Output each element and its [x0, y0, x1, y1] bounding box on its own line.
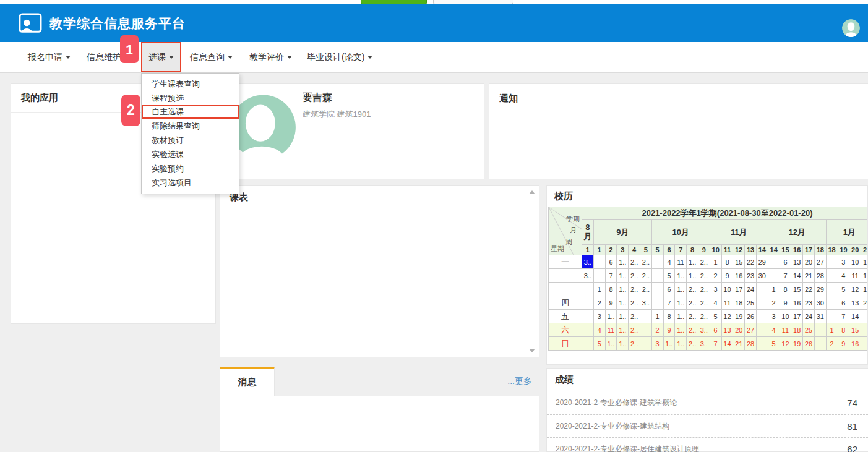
caret-down-icon [66, 56, 71, 59]
menu-item-5[interactable]: 教材预订 [142, 133, 239, 147]
calendar-day-cell: 1.. [617, 269, 629, 283]
calendar-day-cell: 1.. [617, 310, 629, 323]
calendar-day-cell: 7 [605, 269, 617, 283]
calendar-day-cell: 18 [791, 323, 803, 337]
grade-course: 2020-2021-2-专业必修课-居住建筑设计原理 [556, 444, 699, 452]
calendar-day-cell: 2.. [698, 283, 710, 296]
calendar-month-header: 12月 [768, 220, 826, 245]
calendar-week-number: 18 [814, 244, 826, 255]
nav-item-3[interactable]: 选课 [141, 42, 181, 72]
app-title: 教学综合信息服务平台 [49, 15, 186, 32]
calendar-week-number: 10 [710, 244, 721, 255]
grade-row: 2020-2021-2-专业必修课-建筑结构81 [547, 414, 868, 437]
nav-item-label: 信息查询 [190, 52, 225, 63]
calendar-day-cell: 3 [710, 283, 721, 296]
calendar-week-number: 21 [861, 244, 868, 255]
calendar-day-cell: 22 [745, 255, 757, 269]
calendar-day-cell: 10 [849, 255, 861, 269]
calendar-day-cell [582, 296, 594, 310]
menu-item-8[interactable]: 实习选项目 [142, 176, 239, 190]
calendar-day-cell: 1.. [617, 283, 629, 296]
annotation-step-2-badge: 2 [121, 95, 140, 126]
calendar-day-cell [582, 283, 594, 296]
calendar-day-cell: 23 [745, 269, 757, 283]
calendar-day-cell [768, 269, 780, 283]
calendar-week-number: 20 [849, 244, 861, 255]
calendar-day-cell: 2 [651, 323, 663, 337]
calendar-day-cell: 2 [710, 269, 721, 283]
student-dept-class: 建筑学院 建筑1901 [303, 109, 371, 120]
calendar-semester-header: 2021-2022学年1学期(2021-08-30至2022-01-20) [582, 207, 868, 220]
white-button-fragment[interactable] [433, 0, 513, 4]
menu-item-4[interactable]: 筛除结果查询 [142, 119, 239, 133]
menu-item-6[interactable]: 实验选课 [142, 147, 239, 161]
calendar-weekday-label: 三 [549, 283, 582, 296]
scroll-up-icon[interactable] [529, 190, 535, 194]
calendar-month-header: 9月 [593, 220, 651, 245]
grade-row: 2020-2021-2-专业必修课-居住建筑设计原理62 [547, 437, 868, 452]
menu-item-1[interactable]: 学生课表查询 [142, 77, 239, 91]
calendar-day-cell: 15 [733, 255, 745, 269]
calendar-day-cell: 2.. [629, 296, 640, 310]
nav-item-1[interactable]: 报名申请 [28, 42, 71, 72]
calendar-week-number: 7 [675, 244, 687, 255]
calendar-day-cell: 9 [721, 269, 733, 283]
calendar-week-number: 9 [698, 244, 710, 255]
calendar-day-cell [861, 337, 868, 351]
calendar-day-cell: 16 [849, 337, 861, 351]
grades-panel: 成绩 2020-2021-2-专业必修课-建筑学概论742020-2021-2-… [546, 368, 868, 452]
profile-card: 要吉森 建筑学院 建筑1901 [220, 83, 484, 179]
calendar-day-cell: 25 [745, 296, 757, 310]
nav-item-5[interactable]: 教学评价 [249, 42, 292, 72]
calendar-day-cell: 11 [849, 269, 861, 283]
tab-messages[interactable]: 消息 [220, 367, 275, 396]
calendar-day-cell: 2.. [629, 255, 640, 269]
menu-item-2[interactable]: 课程预选 [142, 91, 239, 105]
nav-item-label: 信息维护 [87, 52, 121, 63]
scroll-down-icon[interactable] [529, 349, 535, 352]
calendar-day-cell: 2.. [698, 310, 710, 323]
calendar-weekday-label: 二 [549, 269, 582, 283]
calendar-day-cell: 13 [849, 296, 861, 310]
calendar-day-cell: 27 [814, 255, 826, 269]
profile-avatar [231, 92, 301, 163]
calendar-day-cell: 2.. [629, 283, 640, 296]
calendar-day-cell: 3 [593, 310, 605, 323]
grade-row: 2020-2021-2-专业必修课-建筑学概论74 [547, 391, 868, 414]
green-button-fragment[interactable] [361, 0, 427, 4]
caret-down-icon [228, 56, 233, 59]
grade-score: 81 [847, 421, 857, 432]
calendar-week-number: 6 [663, 244, 675, 255]
menu-item-7[interactable]: 实验预约 [142, 161, 239, 176]
calendar-day-cell: 8 [663, 310, 675, 323]
menu-item-3[interactable]: 自主选课 [142, 105, 239, 119]
calendar-day-cell: 18 [733, 296, 745, 310]
calendar-day-cell: 16 [791, 296, 803, 310]
calendar-day-cell [640, 310, 651, 323]
calendar-day-cell: 2.. [640, 283, 651, 296]
timetable-panel: 课表 [220, 185, 539, 357]
nav-item-6[interactable]: 毕业设计(论文) [307, 42, 372, 72]
calendar-day-cell: 21 [733, 337, 745, 351]
messages-more-link[interactable]: ...更多 [507, 376, 532, 387]
calendar-day-cell: 1 [768, 283, 780, 296]
calendar-month-header: 1月 [826, 220, 868, 245]
calendar-day-cell: 3.. [582, 269, 594, 283]
nav-item-label: 教学评价 [249, 52, 284, 63]
nav-item-label: 选课 [148, 52, 166, 63]
nav-item-4[interactable]: 信息查询 [190, 42, 233, 72]
user-avatar-icon[interactable] [842, 19, 860, 37]
calendar-day-cell [814, 323, 826, 337]
calendar-day-cell: 1.. [675, 323, 687, 337]
calendar-day-cell: 30 [814, 296, 826, 310]
calendar-row-二: 二3..71..2..2..51..1..2..2916233071421284… [549, 269, 868, 283]
calendar-day-cell [593, 255, 605, 269]
calendar-row-五: 五31..1..2..181..2..2..512192631017243171… [549, 310, 868, 323]
calendar-day-cell: 1.. [663, 337, 675, 351]
nav-item-label: 毕业设计(论文) [307, 52, 364, 63]
calendar-day-cell: 1.. [675, 283, 687, 296]
calendar-week-number: 1 [593, 244, 605, 255]
calendar-row-日: 日51..1..2..31..1..2..3..7142128512192629… [549, 337, 868, 351]
calendar-day-cell: 18 [861, 269, 868, 283]
calendar-day-cell: 24 [803, 310, 815, 323]
